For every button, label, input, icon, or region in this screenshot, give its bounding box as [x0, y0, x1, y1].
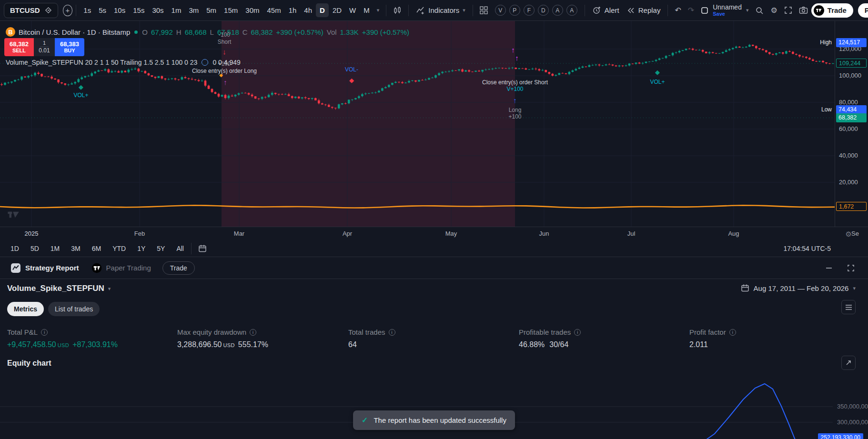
divider: [473, 5, 473, 16]
symbol-search-box[interactable]: BTCUSD: [4, 3, 58, 18]
settings-gear-icon[interactable]: ⚙: [767, 4, 780, 17]
range-3M[interactable]: 3M: [67, 243, 84, 254]
template-letter-button-1[interactable]: V: [495, 5, 506, 16]
compare-add-symbol-button[interactable]: +: [63, 5, 73, 16]
metric-profitable-trades: Profitable tradesi 46.88%30/64: [519, 328, 581, 349]
timeframe-M[interactable]: M: [360, 3, 373, 17]
strategy-options-icon[interactable]: [202, 59, 208, 66]
time-label-Jul: Jul: [627, 230, 636, 237]
divider: [191, 243, 192, 254]
template-letter-button-4[interactable]: D: [538, 5, 549, 16]
indicators-button[interactable]: Indicators ▾: [412, 3, 469, 17]
timeframe-2D[interactable]: 2D: [329, 3, 345, 17]
info-icon[interactable]: i: [41, 329, 48, 336]
redo-button[interactable]: ↷: [685, 4, 697, 17]
snapshot-camera-icon[interactable]: [796, 4, 811, 16]
template-letter-button-3[interactable]: F: [524, 5, 535, 16]
alert-button[interactable]: Alert: [588, 3, 623, 17]
range-5Y[interactable]: 5Y: [153, 243, 169, 254]
price-scale[interactable]: 120,000100,00080,00060,00040,00020,00012…: [835, 21, 868, 227]
sell-button[interactable]: 68,382 SELL: [4, 38, 34, 56]
timeframe-4h[interactable]: 4h: [300, 3, 316, 17]
alert-clock-icon: [592, 6, 601, 15]
template-letter-button-6[interactable]: A: [566, 5, 577, 16]
layout-grid-button[interactable]: [476, 4, 491, 16]
chart-style-button[interactable]: [390, 4, 405, 17]
tab-strategy-report[interactable]: Strategy Report: [7, 260, 83, 276]
layout-menu-chevron[interactable]: ▾: [743, 5, 752, 15]
replay-button[interactable]: Replay: [623, 4, 665, 17]
low-value: 67,518: [217, 28, 239, 36]
change-value: +390 (+0.57%): [276, 28, 323, 36]
timeframe-dropdown-chevron[interactable]: ▾: [373, 5, 383, 15]
timeframe-45m[interactable]: 45m: [263, 3, 284, 17]
metrics-tab[interactable]: Metrics: [7, 302, 44, 316]
timeframe-30m[interactable]: 30m: [242, 3, 263, 17]
tradingview-logo-icon: [814, 5, 824, 16]
range-5D[interactable]: 5D: [27, 243, 43, 254]
timeframe-W[interactable]: W: [345, 3, 360, 17]
tab-paper-trading[interactable]: Paper Trading: [88, 260, 155, 276]
server-clock[interactable]: 17:04:54 UTC-5: [783, 245, 831, 252]
range-1D[interactable]: 1D: [7, 243, 23, 254]
save-layout-icon[interactable]: [697, 5, 712, 16]
timeframe-3m[interactable]: 3m: [185, 3, 202, 17]
price-tick: 40,000: [839, 152, 858, 159]
price-chart[interactable]: ◆VOL+-100Short↓+100Close entry(s) order …: [0, 21, 835, 227]
minimize-panel-icon[interactable]: [823, 262, 835, 274]
divider: [76, 5, 76, 16]
trade-tab-button[interactable]: Trade: [162, 261, 195, 275]
strategy-legend[interactable]: Volume_Spike_STEPFUN 20 2 1 1 50 Trailin…: [6, 59, 241, 66]
chevron-down-icon: ▾: [108, 286, 111, 292]
toast-notification: ✓ The report has been updated successful…: [353, 410, 515, 430]
date-range-toolbar: 1D5D1M3M6MYTD1Y5YAll 17:04:54 UTC-5: [0, 240, 868, 257]
report-display-options-button[interactable]: [841, 300, 856, 314]
time-axis[interactable]: ⚙ 2025FebMarAprMayJunJulAugSe: [0, 227, 868, 240]
range-1M[interactable]: 1M: [47, 243, 63, 254]
go-to-date-button[interactable]: [195, 242, 210, 255]
list-of-trades-tab[interactable]: List of trades: [48, 302, 100, 316]
template-letter-button-2[interactable]: P: [509, 5, 520, 16]
range-6M[interactable]: 6M: [88, 243, 105, 254]
timeframe-5m[interactable]: 5m: [202, 3, 220, 17]
symbol-legend[interactable]: B Bitcoin / U.S. Dollar · 1D · Bitstamp …: [6, 27, 409, 37]
strategy-title-row[interactable]: Volume_Spike_STEPFUN ▾: [7, 284, 111, 293]
range-1Y[interactable]: 1Y: [133, 243, 149, 254]
report-date-range[interactable]: Aug 17, 2011 — Feb 20, 2026 ▾: [741, 284, 856, 292]
timeframe-15m[interactable]: 15m: [220, 3, 242, 17]
trade-button[interactable]: Trade: [811, 3, 853, 18]
range-All[interactable]: All: [172, 243, 188, 254]
template-letter-button-5[interactable]: A: [552, 5, 563, 16]
fullscreen-icon[interactable]: [781, 4, 796, 16]
undo-button[interactable]: ↶: [671, 4, 684, 17]
timeframe-5s[interactable]: 5s: [95, 3, 110, 17]
info-icon[interactable]: i: [250, 329, 256, 336]
metric-label: Profitable trades: [519, 328, 571, 336]
metric-value: 2.011: [689, 340, 708, 349]
quick-search-icon[interactable]: [752, 4, 767, 17]
strategy-name[interactable]: Volume_Spike_STEPFUN: [7, 284, 104, 293]
buy-button[interactable]: 68,383 BUY: [55, 38, 84, 56]
timeframe-D[interactable]: D: [316, 3, 329, 17]
info-icon[interactable]: i: [574, 329, 581, 336]
sell-label: SELL: [12, 48, 26, 54]
info-icon[interactable]: i: [729, 329, 736, 336]
publish-button[interactable]: Pu: [858, 3, 868, 18]
timeframe-1h[interactable]: 1h: [285, 3, 301, 17]
metric-value: 64: [348, 340, 357, 349]
timeframe-30s[interactable]: 30s: [148, 3, 167, 17]
equity-chart-expand-button[interactable]: [841, 356, 856, 370]
layout-name-button[interactable]: Unnamed Save: [713, 4, 742, 17]
info-icon[interactable]: i: [389, 329, 395, 336]
range-YTD[interactable]: YTD: [109, 243, 130, 254]
timeframe-10s[interactable]: 10s: [110, 3, 129, 17]
replay-label: Replay: [638, 6, 661, 14]
maximize-panel-icon[interactable]: [845, 262, 857, 274]
timeframe-1s[interactable]: 1s: [80, 3, 95, 17]
quantity-spread-box[interactable]: 1 0.01: [34, 38, 55, 56]
time-label-2025: 2025: [25, 230, 39, 237]
strategy-values: 0 0 4,949: [212, 59, 240, 66]
timeframe-1m[interactable]: 1m: [168, 3, 185, 17]
timeframe-15s[interactable]: 15s: [129, 3, 148, 17]
equity-axis-label: 350,000,000.00: [837, 403, 868, 410]
